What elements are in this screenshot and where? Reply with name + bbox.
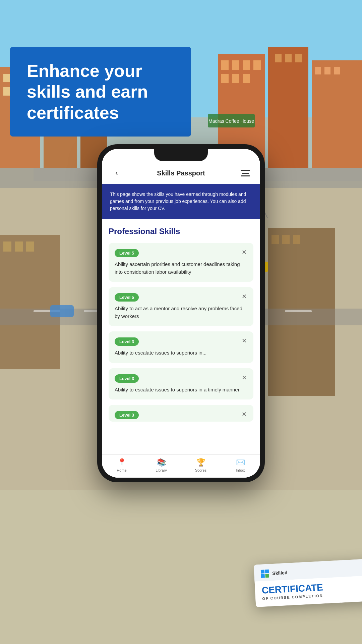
svg-rect-7 <box>3 87 10 96</box>
svg-rect-30 <box>295 54 302 62</box>
skill-desc-1: Ability ascertain priorities and custome… <box>115 261 247 276</box>
close-skill-5[interactable]: ✕ <box>239 410 249 419</box>
svg-rect-21 <box>232 60 239 70</box>
svg-rect-29 <box>285 54 292 62</box>
skill-level-1: Level 5 <box>115 249 139 257</box>
home-label: Home <box>117 468 126 472</box>
skill-level-4: Level 3 <box>115 374 139 383</box>
svg-rect-47 <box>293 235 300 244</box>
inbox-label: Inbox <box>236 468 245 472</box>
skill-desc-3: Ability to escalate issues to superiors … <box>115 349 247 357</box>
close-skill-2[interactable]: ✕ <box>239 292 249 301</box>
home-icon: 📍 <box>117 458 126 467</box>
svg-rect-25 <box>243 74 250 83</box>
cert-logo-text: Skilled <box>272 570 288 576</box>
skill-card-4: ✕ Level 3 Ability to escalate issues to … <box>109 368 253 400</box>
nav-library[interactable]: 📚 Library <box>151 458 171 472</box>
svg-rect-27 <box>268 47 308 168</box>
close-skill-1[interactable]: ✕ <box>239 248 249 257</box>
hero-title: Enhance your skills and earn certificate… <box>27 60 174 123</box>
svg-rect-20 <box>221 60 229 70</box>
svg-rect-31 <box>312 60 362 168</box>
svg-rect-43 <box>26 241 34 252</box>
section-title: Professional Skills <box>109 227 253 236</box>
svg-rect-26 <box>253 60 261 70</box>
svg-rect-22 <box>243 60 250 70</box>
certificate-overlay: Skilled CERTIFICATE OF COURSE COMPLETION <box>254 558 362 607</box>
svg-rect-33 <box>324 67 330 74</box>
skill-card-5: ✕ Level 3 <box>109 405 253 422</box>
hero-banner: Enhance your skills and earn certificate… <box>10 47 191 137</box>
app-screen: ‹ Skills Passport This page shows the sk… <box>102 149 260 478</box>
close-skill-4[interactable]: ✕ <box>239 373 249 382</box>
svg-rect-59 <box>50 305 74 317</box>
skill-card-2: ✕ Level 5 Ability to act as a mentor and… <box>109 287 253 326</box>
svg-rect-4 <box>3 74 10 82</box>
skill-level-5: Level 3 <box>115 411 139 419</box>
svg-rect-24 <box>232 74 239 83</box>
menu-button[interactable] <box>239 166 252 180</box>
skill-card-1: ✕ Level 5 Ability ascertain priorities a… <box>109 243 253 282</box>
info-text: This page shows the skills you have earn… <box>110 191 252 212</box>
content-area: Professional Skills ✕ Level 5 Ability as… <box>102 219 260 454</box>
nav-home[interactable]: 📍 Home <box>112 458 132 472</box>
svg-rect-42 <box>15 241 23 252</box>
screen-title: Skills Passport <box>157 169 205 177</box>
skill-desc-4: Ability to escalate issues to superiors … <box>115 386 247 394</box>
library-label: Library <box>156 468 167 472</box>
svg-rect-40 <box>0 235 60 369</box>
svg-rect-58 <box>285 310 312 312</box>
svg-rect-23 <box>221 74 229 83</box>
svg-rect-41 <box>3 241 11 252</box>
library-icon: 📚 <box>157 458 166 467</box>
menu-line-3 <box>241 175 250 176</box>
skill-level-2: Level 5 <box>115 293 139 302</box>
phone-notch <box>154 149 208 161</box>
close-skill-3[interactable]: ✕ <box>239 336 249 345</box>
phone-inner: ‹ Skills Passport This page shows the sk… <box>102 149 260 478</box>
cert-logo-squares <box>261 570 269 578</box>
svg-rect-32 <box>315 67 321 74</box>
skill-level-3: Level 3 <box>115 337 139 346</box>
back-button[interactable]: ‹ <box>110 166 123 180</box>
svg-rect-28 <box>275 54 282 62</box>
svg-rect-45 <box>272 235 279 244</box>
scores-icon: 🏆 <box>196 458 205 467</box>
skill-card-3: ✕ Level 3 Ability to escalate issues to … <box>109 331 253 363</box>
menu-line-2 <box>242 173 249 174</box>
phone-outer: ‹ Skills Passport This page shows the sk… <box>97 144 265 482</box>
bottom-nav: 📍 Home 📚 Library 🏆 Scores ✉️ Inbox <box>102 454 260 478</box>
svg-rect-46 <box>282 235 290 244</box>
phone-mockup: ‹ Skills Passport This page shows the sk… <box>97 144 265 482</box>
skill-desc-2: Ability to act as a mentor and resolve a… <box>115 305 247 320</box>
svg-rect-34 <box>334 67 340 74</box>
svg-text:Madras Coffee House: Madras Coffee House <box>208 118 254 124</box>
inbox-icon: ✉️ <box>236 458 245 467</box>
nav-scores[interactable]: 🏆 Scores <box>191 458 211 472</box>
scores-label: Scores <box>195 468 206 472</box>
nav-inbox[interactable]: ✉️ Inbox <box>230 458 250 472</box>
info-banner: This page shows the skills you have earn… <box>102 184 260 219</box>
menu-line-1 <box>241 170 250 171</box>
